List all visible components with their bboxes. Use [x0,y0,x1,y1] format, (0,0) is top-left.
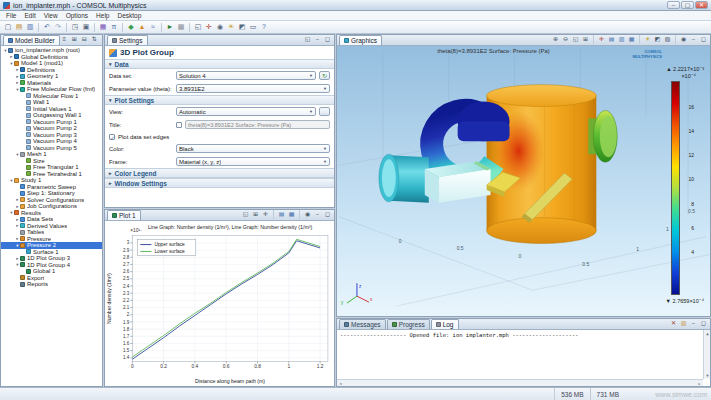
tree-item-free-molecular-flow-fmf[interactable]: ▾Free Molecular Flow (fmf) [1,86,102,93]
parameter-select[interactable]: 3.8931E2 ▼ [176,84,330,93]
maximize-button[interactable]: ▢ [681,1,694,9]
color-select[interactable]: Black ▼ [176,144,330,153]
go-to-default-view-icon[interactable]: ✛ [204,22,214,32]
tab-graphics[interactable]: Graphics [339,35,382,45]
detach-icon[interactable]: ◱ [303,35,312,44]
frame-select[interactable]: Material (x, y, z) ▼ [176,157,330,166]
plot-dataset-edges-checkbox[interactable]: ✓ [109,134,115,140]
add-physics-icon[interactable]: ▲ [137,22,147,32]
mesh-icon[interactable]: ▩ [176,22,186,32]
line-chart[interactable]: 00.20.40.60.811.21.41.51.61.71.81.922.12… [105,221,334,386]
go-to-yz-view-icon[interactable]: ▥ [617,35,626,44]
image-snapshot-icon[interactable]: ◉ [215,22,225,32]
menu-help[interactable]: Help [92,11,113,20]
print-icon[interactable]: ▭ [248,22,258,32]
zoom-in-icon[interactable]: ⊕ [551,35,560,44]
vertical-scrollbar[interactable]: ▲ ▼ [703,330,710,379]
window-maximize-icon[interactable]: ◻ [699,35,708,44]
model-builder-tabbar: Model Builder ≡⊞⊟⇅↻ [1,35,102,46]
scene-light-icon[interactable]: ☀ [226,22,236,32]
scene-3d[interactable]: z x y 00.500.5110.5 [337,46,710,316]
menu-view[interactable]: View [40,11,62,20]
vacuum-pump-1-icon [26,119,31,124]
close-button[interactable]: ✕ [695,1,708,9]
section-data[interactable]: ▾ Data [105,59,334,69]
section-window-settings[interactable]: ▸ Window Settings [105,178,334,188]
show-icon[interactable]: ≡ [60,35,69,44]
copy-icon[interactable]: ◳ [70,22,80,32]
scroll-down-icon[interactable]: ▼ [704,372,711,379]
wireframe-icon[interactable]: ▧ [663,35,672,44]
tab-settings[interactable]: Settings [107,35,148,45]
scroll-up-icon[interactable]: ▲ [704,330,711,337]
new-icon[interactable]: ▢ [3,22,13,32]
zoom-extents-icon[interactable]: ◱ [193,22,203,32]
section-color-legend[interactable]: ▸ Color Legend [105,168,334,178]
go-to-default-3d-view-icon[interactable]: ✛ [597,35,606,44]
maximize-icon[interactable]: ◻ [323,35,332,44]
log-content[interactable]: -------------------- Opened file: ion_im… [337,330,710,386]
tab-model-builder[interactable]: Model Builder [3,35,60,45]
tab-log[interactable]: Log [431,319,459,329]
compute-icon[interactable]: ► [165,22,175,32]
zoom-box-icon[interactable]: ⊞ [251,210,260,219]
menu-edit[interactable]: Edit [20,11,39,20]
window-minimize-icon[interactable]: − [689,319,698,328]
go-to-xy-view-icon[interactable]: ▤ [607,35,616,44]
refresh-solution-button[interactable]: ↻ [319,71,330,80]
menu-desktop[interactable]: Desktop [113,11,145,20]
transparency-icon[interactable]: ◩ [237,22,247,32]
redo-icon[interactable]: ↷ [53,22,63,32]
image-snapshot-icon[interactable]: ◉ [679,35,688,44]
undo-icon[interactable]: ↶ [42,22,52,32]
tab-plot-1[interactable]: Plot 1 [107,210,141,220]
collapse-all-icon[interactable]: ⊟ [80,35,89,44]
section-plot-settings[interactable]: ▾ Plot Settings [105,95,334,105]
menu-options[interactable]: Options [62,11,92,20]
scroll-right-icon[interactable]: ► [696,380,703,387]
window-minimize-icon[interactable]: − [689,35,698,44]
settings-header-title: 3D Plot Group [120,48,174,57]
tree-item-reports[interactable]: Reports [1,281,102,288]
add-study-icon[interactable]: ≈ [148,22,158,32]
paste-icon[interactable]: ▣ [81,22,91,32]
dataset-select[interactable]: Solution 4 ▼ [176,71,316,80]
save-icon[interactable]: ▥ [25,22,35,32]
pan-icon[interactable]: ✛ [261,210,270,219]
window-minimize-icon[interactable]: − [313,210,322,219]
zoom-extents-icon[interactable]: ◱ [571,35,580,44]
view-select[interactable]: Automatic ▼ [176,107,316,116]
minimize-button[interactable]: – [667,1,680,9]
chevron-down-icon: ▼ [309,73,313,78]
menu-file[interactable]: File [2,11,20,20]
scene-light-icon[interactable]: ☀ [643,35,652,44]
window-maximize-icon[interactable]: ◻ [699,319,708,328]
title-checkbox[interactable] [176,122,182,128]
scroll-left-icon[interactable]: ◄ [337,380,344,387]
zoom-out-icon[interactable]: ⊖ [561,35,570,44]
parameters-icon[interactable]: π [109,22,119,32]
axis-settings-icon[interactable]: ▤ [277,210,286,219]
view-settings-button[interactable]: … [319,107,330,116]
model-library-icon[interactable]: ▦ [98,22,108,32]
minimize-icon[interactable]: − [313,35,322,44]
open-icon[interactable]: ▤ [14,22,24,32]
zoom-box-icon[interactable]: ⊞ [581,35,590,44]
add-material-icon[interactable]: ◆ [126,22,136,32]
window-maximize-icon[interactable]: ◻ [323,210,332,219]
go-to-zx-view-icon[interactable]: ▦ [627,35,636,44]
expand-all-icon[interactable]: ⊞ [70,35,79,44]
horizontal-scrollbar[interactable]: ◄ ► [337,379,703,386]
image-snapshot-icon[interactable]: ◉ [303,210,312,219]
help-icon[interactable]: ? [259,22,269,32]
tab-progress[interactable]: Progress [387,319,430,329]
move-icon[interactable]: ⇅ [90,35,99,44]
legend-toggle-icon[interactable]: ▦ [287,210,296,219]
clear-log-icon[interactable]: ✕ [669,319,678,328]
save-log-icon[interactable]: ▥ [679,319,688,328]
tab-messages[interactable]: Messages [339,319,386,329]
refresh-icon[interactable]: ↻ [100,35,103,44]
zoom-extents-icon[interactable]: ◱ [241,210,250,219]
graphics-canvas[interactable]: z x y 00.500.5110.5 theta(8)=3.8931E2 Su… [337,46,710,316]
transparency-icon[interactable]: ◩ [653,35,662,44]
